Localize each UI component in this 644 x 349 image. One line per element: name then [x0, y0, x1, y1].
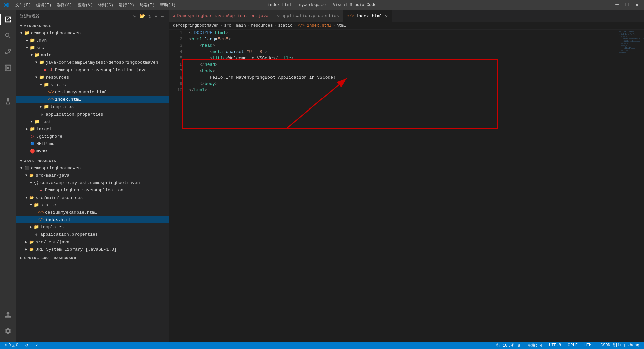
tree-label-test: test — [41, 119, 51, 124]
tree-item-mvnw[interactable]: ▶ 🔴 mvnw — [16, 147, 169, 155]
menu-edit[interactable]: 编辑(E) — [34, 2, 54, 9]
main-container: 资源管理器 ⎋ 📂 ↻ ≡ ⋯ ▼ MYWORKSPACE ▼ 📁 demosp… — [0, 10, 644, 342]
code-editor[interactable]: 1 2 3 4 5 6 7 8 9 10 <!DOCTYPE html> <ht… — [169, 30, 644, 342]
maximize-button[interactable]: □ — [624, 1, 631, 9]
spring-boot-section-title[interactable]: ▶ SPRING BOOT DASHBOARD — [16, 254, 169, 261]
breadcrumb-item-6[interactable]: html — [336, 23, 346, 28]
status-check[interactable]: ✓ — [34, 343, 39, 348]
collapse-all-icon[interactable]: ≡ — [154, 13, 158, 20]
activity-test-icon[interactable] — [0, 93, 16, 110]
tab-index-html[interactable]: </> index.html ✕ — [343, 10, 393, 22]
java-projects-section-title[interactable]: ▼ JAVA PROJECTS — [16, 158, 169, 164]
tree-label-jp-demospringbootmaven: demospringbootmaven — [31, 166, 81, 171]
line-number-9: 9 — [172, 81, 182, 87]
breadcrumb-item-5[interactable]: </> index.html — [297, 23, 331, 28]
more-actions-icon[interactable]: ⋯ — [160, 13, 165, 20]
breadcrumb-item-1[interactable]: src — [224, 23, 231, 28]
line-number-1: 1 — [172, 30, 182, 36]
tree-item-src[interactable]: ▼ 📁 src — [16, 44, 169, 51]
tree-item-application-properties[interactable]: ▶ ⚙ application.properties — [16, 111, 169, 118]
menu-help[interactable]: 帮助(H) — [158, 2, 178, 9]
tree-item-mvn[interactable]: ▶ 📁 .mvn — [16, 37, 169, 44]
tree-item-jp-static[interactable]: ▼ 📁 static — [16, 201, 169, 209]
status-bar-right: 行 10，列 8 空格: 4 UTF-8 CRLF HTML CSDN @jin… — [495, 343, 641, 348]
breadcrumb-item-3[interactable]: resources — [251, 23, 273, 28]
tree-item-target[interactable]: ▶ 📁 target — [16, 125, 169, 133]
menu-view[interactable]: 查看(V) — [76, 2, 95, 9]
menu-goto[interactable]: 转到(G) — [96, 2, 115, 9]
tree-item-jp-cesiummyexample[interactable]: ▶ </> cesiummyexample.html — [16, 209, 169, 216]
breadcrumb-item-0[interactable]: demospringbootmaven — [173, 23, 219, 28]
tree-item-main[interactable]: ▼ 📁 main — [16, 51, 169, 59]
status-line-ending[interactable]: CRLF — [566, 343, 579, 348]
tab-bar: J DemospringbootmavenApplication.java ⚙ … — [169, 10, 644, 22]
status-language[interactable]: HTML — [583, 343, 595, 348]
tree-item-templates[interactable]: ▶ 📁 templates — [16, 103, 169, 111]
close-button[interactable]: ✕ — [633, 1, 641, 9]
git-icon-gitignore: ⬡ — [30, 134, 35, 139]
tree-item-jp-templates[interactable]: ▶ 📁 templates — [16, 223, 169, 231]
menu-run[interactable]: 运行(R) — [117, 2, 136, 9]
language-text: HTML — [584, 343, 594, 348]
minimize-button[interactable]: ─ — [613, 1, 621, 9]
new-folder-icon[interactable]: 📂 — [139, 13, 146, 20]
activity-explorer-icon[interactable] — [0, 11, 16, 28]
tree-item-DemospringbootmavenApplication[interactable]: ▶ J DemospringbootmavenApplication.java — [16, 66, 169, 74]
tree-item-jp-src-main-resources[interactable]: ▼ 📂 src/main/resources — [16, 194, 169, 201]
tree-item-jp-JRE[interactable]: ▶ 📂 JRE System Library [JavaSE-1.8] — [16, 246, 169, 253]
menu-select[interactable]: 选择(S) — [55, 2, 74, 9]
sidebar-header-icons[interactable]: ⎋ 📂 ↻ ≡ ⋯ — [132, 13, 165, 20]
tree-item-resources[interactable]: ▼ 📁 resources — [16, 74, 169, 81]
tree-item-jp-com-example[interactable]: ▼ {} com.example.mytest.demospringbootma… — [16, 179, 169, 186]
activity-extensions-icon[interactable] — [0, 76, 16, 92]
line-number-7: 7 — [172, 68, 182, 74]
minimap: <!DOCTYPE html> <html lang="en"> <head> … — [617, 30, 644, 342]
tree-item-jp-Application[interactable]: ▶ ◆ DemospringbootmavenApplication — [16, 186, 169, 194]
tree-item-jp-application-properties[interactable]: ▶ ⚙ application.properties — [16, 231, 169, 238]
activity-settings-icon[interactable] — [0, 323, 16, 339]
tree-item-jp-src-test-java[interactable]: ▶ 📂 src/test/java — [16, 238, 169, 246]
tree-item-gitignore[interactable]: ▶ ⬡ .gitignore — [16, 133, 169, 140]
code-content[interactable]: <!DOCTYPE html> <html lang="en"> <head> … — [186, 30, 644, 342]
status-spaces[interactable]: 空格: 4 — [526, 343, 544, 348]
activity-run-icon[interactable] — [0, 60, 16, 76]
title-bar-menu[interactable]: 文件(F) 编辑(E) 选择(S) 查看(V) 转到(G) 运行(R) 终端(T… — [13, 2, 178, 9]
tab-java-icon: J — [173, 14, 175, 18]
menu-file[interactable]: 文件(F) — [13, 2, 33, 9]
library-icon: 📂 — [29, 247, 34, 252]
tree-item-index-html[interactable]: ▶ </> index.html — [16, 96, 169, 103]
tree-item-jp-src-main-java[interactable]: ▼ 📂 src/main/java — [16, 172, 169, 179]
tree-label-java-pkg: java\com\example\mytest\demospringbootma… — [46, 60, 158, 65]
tree-label-target: target — [36, 127, 52, 132]
status-sync[interactable]: ⟳ — [24, 343, 30, 348]
tree-label-templates: templates — [50, 104, 74, 110]
refresh-icon[interactable]: ↻ — [148, 13, 152, 20]
activity-search-icon[interactable] — [0, 28, 16, 44]
tree-item-jp-index-html[interactable]: ▶ </> index.html — [16, 216, 169, 223]
tree-item-jp-demospringbootmaven[interactable]: ▼ ⬛ demospringbootmaven — [16, 164, 169, 172]
status-errors[interactable]: ⊗ 0 ⚠ 0 — [3, 343, 20, 348]
status-position[interactable]: 行 10，列 8 — [495, 343, 522, 348]
tree-item-java-pkg[interactable]: ▼ 📁 java\com\example\mytest\demospringbo… — [16, 59, 169, 66]
breadcrumb-item-2[interactable]: main — [236, 23, 246, 28]
tree-label-jp-src-test-java: src/test/java — [36, 239, 69, 245]
breadcrumb-item-4[interactable]: static — [278, 23, 292, 28]
sidebar-header: 资源管理器 ⎋ 📂 ↻ ≡ ⋯ — [16, 10, 169, 23]
tree-item-static[interactable]: ▼ 📁 static — [16, 81, 169, 88]
new-file-icon[interactable]: ⎋ — [132, 13, 137, 20]
activity-account-icon[interactable] — [0, 307, 16, 323]
folder-icon-templates: 📁 — [44, 104, 49, 110]
tab-application-properties[interactable]: ⚙ application.properties — [273, 10, 343, 22]
menu-terminal[interactable]: 终端(T) — [138, 2, 157, 9]
tree-item-demospringbootmaven[interactable]: ▼ 📁 demospringbootmaven — [16, 29, 169, 37]
tree-arrow-static: ▼ — [38, 82, 44, 87]
title-bar-controls[interactable]: ─ □ ✕ — [613, 1, 641, 9]
tree-item-test[interactable]: ▶ 📁 test — [16, 118, 169, 125]
activity-source-control-icon[interactable] — [0, 44, 16, 60]
tab-demospringboot-java[interactable]: J DemospringbootmavenApplication.java — [169, 10, 273, 22]
tree-item-cesiummyexample[interactable]: ▶ </> cesiummyexample.html — [16, 88, 169, 96]
tree-item-helpmd[interactable]: ▶ 🔵 HELP.md — [16, 140, 169, 147]
status-encoding[interactable]: UTF-8 — [548, 343, 562, 348]
tab-close-index-html[interactable]: ✕ — [384, 13, 388, 20]
workspace-section-title[interactable]: ▼ MYWORKSPACE — [16, 23, 169, 29]
